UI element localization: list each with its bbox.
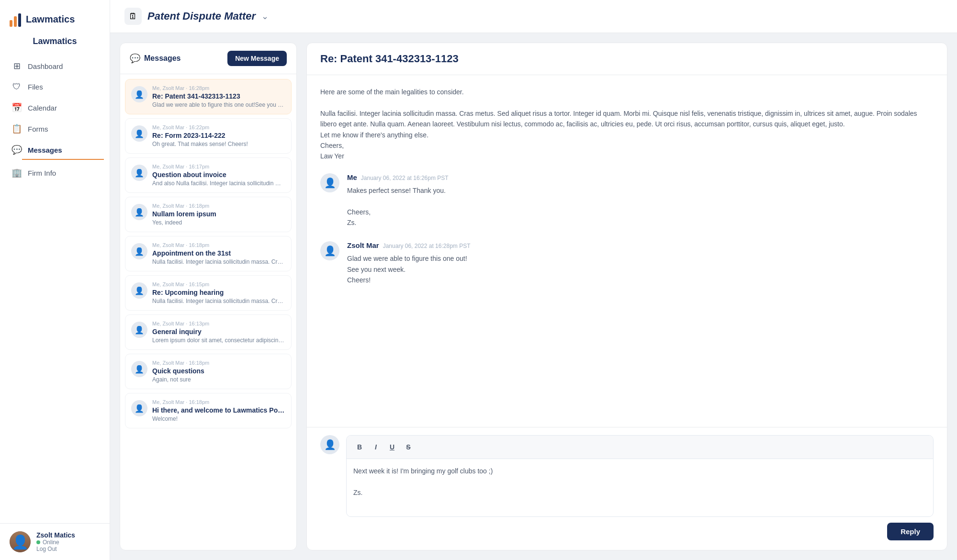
sidebar-item-dashboard[interactable]: ⊞ Dashboard bbox=[6, 56, 104, 76]
calendar-icon: 📅 bbox=[11, 102, 22, 113]
message-content: Me, Zsolt Mar · 16:17pm Question about i… bbox=[152, 164, 285, 187]
messages-panel: 💬 Messages New Message 👤 Me, Zsolt Mar ·… bbox=[120, 43, 297, 550]
message-item[interactable]: 👤 Me, Zsolt Mar · 16:28pm Re: Patent 341… bbox=[125, 79, 292, 114]
conversation-header: Re: Patent 341-432313-1123 bbox=[307, 43, 947, 75]
message-item[interactable]: 👤 Me, Zsolt Mar · 16:17pm Question about… bbox=[125, 157, 292, 193]
thread-sender: Me bbox=[347, 173, 357, 181]
message-avatar: 👤 bbox=[131, 282, 147, 299]
message-preview: Welcome! bbox=[152, 415, 285, 422]
italic-button[interactable]: I bbox=[369, 440, 383, 454]
thread-avatar: 👤 bbox=[320, 173, 339, 192]
logo-text: Lawmatics bbox=[26, 14, 75, 25]
sidebar-footer: Zsolt Matics Online Log Out bbox=[0, 523, 110, 560]
thread-message: 👤 Me January 06, 2022 at 16:26pm PST Mak… bbox=[320, 173, 934, 228]
reply-section: 👤 B I U S Next week it is! I'm bringing … bbox=[307, 427, 947, 550]
thread-sender: Zsolt Mar bbox=[347, 241, 379, 249]
matter-icon: 🗓 bbox=[124, 8, 142, 25]
message-subject: General inquiry bbox=[152, 328, 285, 336]
message-avatar: 👤 bbox=[131, 243, 147, 259]
message-preview: Glad we were able to figure this one out… bbox=[152, 101, 285, 108]
bold-button[interactable]: B bbox=[352, 440, 367, 454]
main-content: 🗓 Patent Dispute Matter ⌄ 💬 Messages New… bbox=[110, 0, 957, 560]
message-avatar: 👤 bbox=[131, 361, 147, 377]
message-item[interactable]: 👤 Me, Zsolt Mar · 16:13pm General inquir… bbox=[125, 314, 292, 350]
sidebar-item-label: Files bbox=[28, 83, 43, 91]
message-content: Me, Zsolt Mar · 16:22pm Re: Form 2023-11… bbox=[152, 124, 285, 147]
matter-title: Patent Dispute Matter bbox=[147, 10, 256, 22]
files-icon: 🛡 bbox=[11, 82, 22, 92]
sidebar: Lawmatics Lawmatics ⊞ Dashboard 🛡 Files … bbox=[0, 0, 110, 560]
reply-footer: Reply bbox=[320, 523, 934, 540]
messages-header: 💬 Messages New Message bbox=[120, 43, 296, 74]
thread-message-content: Zsolt Mar January 06, 2022 at 16:28pm PS… bbox=[347, 241, 934, 285]
message-item[interactable]: 👤 Me, Zsolt Mar · 16:18pm Nullam lorem i… bbox=[125, 197, 292, 232]
message-content: Me, Zsolt Mar · 16:28pm Re: Patent 341-4… bbox=[152, 85, 285, 108]
new-message-button[interactable]: New Message bbox=[227, 51, 287, 66]
message-meta: Me, Zsolt Mar · 16:17pm bbox=[152, 164, 285, 169]
message-avatar: 👤 bbox=[131, 86, 147, 102]
initial-message-text: Here are some of the main legalities to … bbox=[320, 87, 934, 162]
message-meta: Me, Zsolt Mar · 16:18pm bbox=[152, 203, 285, 209]
message-item[interactable]: 👤 Me, Zsolt Mar · 16:18pm Quick question… bbox=[125, 354, 292, 389]
sidebar-item-forms[interactable]: 📋 Forms bbox=[6, 119, 104, 139]
thread-time: January 06, 2022 at 16:28pm PST bbox=[383, 243, 471, 249]
thread-message-meta: Zsolt Mar January 06, 2022 at 16:28pm PS… bbox=[347, 241, 934, 249]
message-preview: Nulla facilisi. Integer lacinia sollicit… bbox=[152, 258, 285, 265]
message-subject: Hi there, and welcome to Lawmatics Porta… bbox=[152, 406, 285, 414]
reply-button[interactable]: Reply bbox=[887, 523, 934, 540]
message-preview: And also Nulla facilisi. Integer lacinia… bbox=[152, 180, 285, 187]
user-name: Zsolt Matics bbox=[36, 531, 100, 539]
message-meta: Me, Zsolt Mar · 16:18pm bbox=[152, 399, 285, 405]
message-item[interactable]: 👤 Me, Zsolt Mar · 16:15pm Re: Upcoming h… bbox=[125, 275, 292, 311]
message-preview: Lorem ipsum dolor sit amet, consectetur … bbox=[152, 337, 285, 344]
sidebar-item-calendar[interactable]: 📅 Calendar bbox=[6, 98, 104, 118]
active-underline bbox=[22, 159, 104, 160]
status-dot bbox=[36, 540, 40, 544]
conversation-body: Here are some of the main legalities to … bbox=[307, 75, 947, 427]
message-avatar: 👤 bbox=[131, 125, 147, 142]
message-meta: Me, Zsolt Mar · 16:18pm bbox=[152, 360, 285, 366]
message-item[interactable]: 👤 Me, Zsolt Mar · 16:22pm Re: Form 2023-… bbox=[125, 118, 292, 154]
sidebar-item-label: Firm Info bbox=[28, 169, 56, 177]
logout-button[interactable]: Log Out bbox=[36, 546, 100, 552]
conversation-panel: Re: Patent 341-432313-1123 Here are some… bbox=[306, 43, 947, 550]
messages-heading: Messages bbox=[144, 54, 181, 63]
logo-container: Lawmatics bbox=[0, 0, 110, 36]
sidebar-item-files[interactable]: 🛡 Files bbox=[6, 77, 104, 97]
message-content: Me, Zsolt Mar · 16:15pm Re: Upcoming hea… bbox=[152, 281, 285, 304]
sidebar-item-label: Calendar bbox=[28, 104, 57, 112]
editor-toolbar: B I U S bbox=[347, 436, 933, 459]
status-label: Online bbox=[43, 539, 59, 546]
message-item[interactable]: 👤 Me, Zsolt Mar · 16:18pm Appointment on… bbox=[125, 236, 292, 271]
underline-button[interactable]: U bbox=[385, 440, 399, 454]
message-subject: Re: Upcoming hearing bbox=[152, 289, 285, 296]
sidebar-item-messages[interactable]: 💬 Messages bbox=[6, 140, 104, 160]
message-item[interactable]: 👤 Me, Zsolt Mar · 16:18pm Hi there, and … bbox=[125, 393, 292, 428]
reply-editor-content[interactable]: Next week it is! I'm bringing my golf cl… bbox=[347, 459, 933, 516]
message-avatar: 👤 bbox=[131, 400, 147, 416]
thread-message-body: Glad we were able to figure this one out… bbox=[347, 253, 934, 285]
message-content: Me, Zsolt Mar · 16:18pm Nullam lorem ips… bbox=[152, 203, 285, 226]
message-subject: Quick questions bbox=[152, 367, 285, 375]
sidebar-item-firm-info[interactable]: 🏢 Firm Info bbox=[6, 163, 104, 183]
message-preview: Nulla facilisi. Integer lacinia sollicit… bbox=[152, 298, 285, 304]
sidebar-item-label: Messages bbox=[28, 146, 62, 154]
message-meta: Me, Zsolt Mar · 16:13pm bbox=[152, 321, 285, 326]
user-info: Zsolt Matics Online Log Out bbox=[36, 531, 100, 552]
message-meta: Me, Zsolt Mar · 16:22pm bbox=[152, 124, 285, 130]
sidebar-item-label: Forms bbox=[28, 125, 48, 133]
message-subject: Re: Form 2023-114-222 bbox=[152, 132, 285, 139]
message-meta: Me, Zsolt Mar · 16:18pm bbox=[152, 242, 285, 248]
message-avatar: 👤 bbox=[131, 322, 147, 338]
user-status: Online bbox=[36, 539, 100, 546]
reply-avatar: 👤 bbox=[320, 435, 339, 454]
strikethrough-button[interactable]: S bbox=[401, 440, 416, 454]
message-content: Me, Zsolt Mar · 16:13pm General inquiry … bbox=[152, 321, 285, 344]
page-header: 🗓 Patent Dispute Matter ⌄ bbox=[110, 0, 957, 33]
message-content: Me, Zsolt Mar · 16:18pm Hi there, and we… bbox=[152, 399, 285, 422]
user-avatar bbox=[10, 531, 31, 552]
reply-editor: B I U S Next week it is! I'm bringing my… bbox=[346, 435, 934, 517]
chevron-down-icon[interactable]: ⌄ bbox=[261, 11, 269, 22]
messages-list: 👤 Me, Zsolt Mar · 16:28pm Re: Patent 341… bbox=[120, 74, 296, 550]
thread-avatar: 👤 bbox=[320, 241, 339, 260]
